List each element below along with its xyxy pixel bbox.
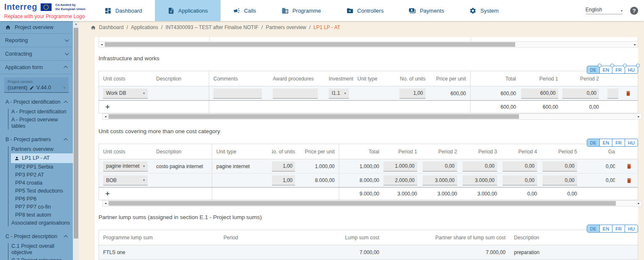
tab-hu[interactable]: HU (625, 139, 638, 146)
scroll-right-arrow-icon[interactable]: ▸ (632, 42, 638, 47)
delete-row-button[interactable] (626, 163, 632, 170)
trash-icon (626, 163, 632, 170)
column-header: Period 1 (520, 71, 562, 86)
scrollbar-thumb[interactable] (109, 114, 519, 119)
sidebar-group-c[interactable]: C - Project description (0, 231, 73, 241)
breadcrumb-project[interactable]: INT4300093 – TEST after Finalise NOTIF (165, 24, 258, 30)
sidebar-item-pp2[interactable]: PP2 PP1 Serbia (0, 163, 73, 171)
tab-hu[interactable]: HU (625, 225, 638, 232)
tab-de[interactable]: DE (587, 66, 600, 73)
column-header: Period 5 (541, 144, 581, 159)
nav-dashboard[interactable]: Dashboard (92, 0, 155, 21)
breadcrumb-current-partner[interactable]: LP1 LP - AT (314, 24, 341, 30)
sidebar-item-project-overview[interactable]: Project overview (0, 21, 73, 34)
period-4-input[interactable] (503, 161, 537, 172)
sidebar-item-pp7[interactable]: PP7 PP7 co-fin (0, 203, 73, 211)
sidebar-scrollbar[interactable]: ▴ (73, 21, 79, 260)
language-tabs-multi: DE EN FR HU (587, 139, 638, 147)
add-row-button[interactable]: + (103, 189, 110, 198)
tab-fr[interactable]: FR (612, 139, 625, 146)
sidebar-item-pp8[interactable]: PP8 test autom (0, 211, 73, 219)
sidebar-group-b[interactable]: B - Project partners (0, 134, 73, 145)
tab-en[interactable]: EN (600, 139, 612, 146)
column-header: Period 3 (461, 144, 501, 159)
help-button[interactable]: ? (630, 7, 638, 15)
sidebar-item-partners-overview[interactable]: Partners overview (0, 145, 73, 153)
sidebar-section-application-form[interactable]: Application form (0, 61, 73, 74)
units-input[interactable] (272, 175, 295, 185)
sidebar-item-pp3[interactable]: PP3 PP2 AT (0, 171, 73, 179)
sidebar-group-a[interactable]: A - Project identification (0, 97, 73, 107)
investment-select[interactable]: I1.1▾ (329, 88, 349, 99)
language-select[interactable]: English ▾ (585, 7, 623, 14)
sidebar-item-pp4[interactable]: PP4 croatia (0, 179, 73, 187)
scroll-up-arrow-icon[interactable]: ▴ (73, 21, 79, 27)
tab-de[interactable]: DE (587, 225, 600, 232)
scroll-right-arrow-icon[interactable]: ▸ (636, 201, 641, 206)
scroll-left-arrow-icon[interactable]: ◂ (103, 201, 108, 206)
period-2-input[interactable] (423, 161, 457, 172)
scrollbar-thumb[interactable] (109, 201, 616, 206)
sidebar-item-lp1[interactable]: LP1 LP - AT (11, 153, 73, 163)
tab-en[interactable]: EN (600, 66, 612, 73)
sidebar-section-reporting[interactable]: Reporting (0, 34, 73, 47)
breadcrumb-dashboard[interactable]: Dashboard (99, 24, 124, 30)
sidebar-scrollbar-thumb[interactable] (74, 28, 78, 239)
award-procedures-input[interactable] (273, 88, 318, 99)
delete-row-button[interactable] (625, 90, 631, 97)
delete-row-button[interactable] (626, 177, 632, 184)
period-3-input[interactable] (463, 175, 497, 185)
sidebar-item-pp6[interactable]: PP6 PP6 (0, 195, 73, 203)
period-4-input[interactable] (503, 175, 537, 185)
tab-fr[interactable]: FR (612, 225, 625, 232)
scroll-right-arrow-icon[interactable]: ▸ (636, 114, 641, 119)
period-5-input[interactable] (543, 175, 577, 185)
scroll-left-arrow-icon[interactable]: ◂ (99, 42, 104, 47)
unit-cost-select[interactable]: BOB▾ (103, 175, 148, 185)
period-1-input[interactable] (383, 161, 417, 172)
nav-calls[interactable]: Calls (221, 0, 269, 21)
sidebar-section-contracting[interactable]: Contracting (0, 47, 73, 61)
sidebar-item-associated-organisations[interactable]: Associated organisations (0, 219, 73, 227)
controllers-icon (346, 7, 354, 14)
period-2-input[interactable] (562, 88, 599, 99)
column-header: Investment (325, 71, 353, 86)
period-2-input[interactable] (423, 175, 457, 185)
sidebar-item-c2[interactable]: C.2 Project relevance and context (0, 257, 73, 260)
period-1-input[interactable] (521, 88, 558, 99)
total-cell: 1.000,00 (339, 159, 383, 173)
period-3-input-clipped[interactable] (607, 88, 618, 99)
nav-applications[interactable]: Applications (155, 0, 221, 21)
period-3-input[interactable] (463, 161, 497, 172)
column-header: No. of units (272, 144, 299, 159)
horizontal-scrollbar-multi[interactable]: ◂ ▸ (102, 200, 642, 206)
horizontal-scrollbar-infrastructure[interactable]: ◂ ▸ (102, 113, 642, 120)
unit-cost-select[interactable]: Work DB▾ (103, 88, 148, 99)
tab-en[interactable]: EN (600, 225, 612, 232)
sidebar-item-c1[interactable]: C.1 Project overall objective (0, 242, 73, 257)
add-row-button[interactable]: + (103, 102, 110, 112)
tab-hu[interactable]: HU (625, 66, 638, 73)
unit-cost-select[interactable]: pagine internet▾ (103, 161, 148, 172)
period-5-input[interactable] (543, 161, 577, 172)
nav-system[interactable]: System (457, 0, 511, 21)
payments-icon (409, 7, 416, 14)
horizontal-scrollbar-top[interactable]: ◂ ▸ (98, 41, 638, 48)
breadcrumb-partners-overview[interactable]: Partners overview (266, 24, 306, 30)
nav-programme[interactable]: Programme (269, 0, 334, 21)
breadcrumb-applications[interactable]: Applications (131, 24, 158, 30)
scrollbar-thumb[interactable] (105, 42, 515, 47)
tab-de[interactable]: DE (587, 139, 600, 146)
period-1-input[interactable] (383, 175, 417, 185)
project-version-select[interactable]: Project version (current) V.44.0 ▾ (4, 78, 69, 93)
sidebar-item-project-overview-tables[interactable]: A - Project overview tables (0, 116, 73, 130)
comments-input[interactable] (213, 88, 262, 99)
nav-payments[interactable]: Payments (396, 0, 457, 21)
units-input[interactable] (399, 88, 426, 99)
nav-controllers[interactable]: Controllers (334, 0, 397, 21)
sidebar-item-project-identification[interactable]: A - Project identification (0, 108, 73, 116)
scroll-left-arrow-icon[interactable]: ◂ (103, 114, 108, 119)
tab-fr[interactable]: FR (612, 66, 625, 73)
units-input[interactable] (272, 161, 295, 172)
sidebar-item-pp5[interactable]: PP5 Test deductions (0, 187, 73, 195)
